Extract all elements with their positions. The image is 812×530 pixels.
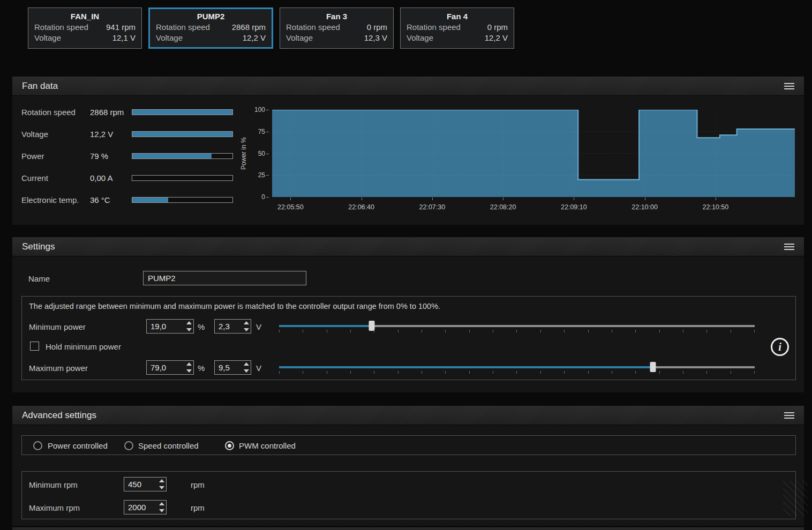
metric-value: 2868 rpm — [90, 108, 132, 117]
y-tick-label: 75 — [258, 128, 265, 135]
info-glyph: i — [778, 341, 781, 353]
rotation-speed-value: 0 rpm — [367, 22, 387, 33]
percent-unit-label: % — [198, 364, 205, 373]
advanced-settings-panel: Advanced settings Power controlled Speed… — [12, 406, 804, 526]
rotation-speed-value: 2868 rpm — [232, 22, 266, 33]
maximum-rpm-value[interactable]: 2000 — [124, 501, 157, 514]
rotation-speed-value: 941 rpm — [106, 22, 136, 33]
spinner-down-button[interactable] — [242, 327, 251, 334]
minimum-rpm-value[interactable]: 450 — [124, 478, 157, 491]
up-arrow-icon — [186, 321, 192, 324]
max-power-slider[interactable] — [279, 360, 755, 376]
slider-track[interactable] — [279, 366, 755, 368]
speed-controlled-label[interactable]: Speed controlled — [138, 441, 199, 450]
spinner-up-button[interactable] — [185, 361, 193, 368]
spinner-down-button[interactable] — [185, 368, 193, 375]
power-history-chart — [272, 110, 795, 197]
spinner-down-button[interactable] — [157, 508, 166, 514]
name-label: Name — [28, 274, 50, 283]
menu-icon[interactable] — [784, 412, 794, 419]
fan-card-row: Voltage 12,1 V — [34, 33, 136, 43]
spinner-down-button[interactable] — [185, 327, 193, 334]
spinner-up-button[interactable] — [185, 320, 193, 327]
down-arrow-icon — [186, 369, 192, 373]
min-power-volt-input[interactable]: 2,3 — [214, 319, 251, 334]
metric-value: 12,2 V — [90, 130, 132, 139]
x-tick-label: 22:09:10 — [552, 203, 595, 211]
slider-track[interactable] — [279, 325, 755, 327]
up-arrow-icon — [244, 362, 249, 366]
rpm-range-box: Minimum rpm 450 rpm Maximum rpm 2000 rpm — [21, 471, 796, 519]
min-power-pct-value[interactable]: 19,0 — [147, 320, 185, 333]
metric-bar-fill — [132, 110, 232, 115]
power-controlled-label[interactable]: Power controlled — [48, 441, 108, 450]
panel-title: Settings — [22, 241, 55, 252]
metric-label: Power — [21, 152, 90, 161]
pwm-controlled-label[interactable]: PWM controlled — [239, 441, 296, 450]
metric-row: Rotation speed 2868 rpm — [21, 101, 233, 123]
rpm-unit-label: rpm — [191, 480, 205, 489]
speed-controlled-radio[interactable] — [124, 441, 133, 450]
fan-card-pump2[interactable]: PUMP2 Rotation speed 2868 rpm Voltage 12… — [148, 7, 273, 49]
fan-card-title: PUMP2 — [156, 11, 266, 22]
spinner-up-button[interactable] — [242, 320, 251, 327]
spinner-up-button[interactable] — [157, 501, 166, 508]
menu-icon[interactable] — [784, 244, 794, 250]
volt-unit-label: V — [256, 322, 261, 331]
minimum-rpm-input[interactable]: 450 — [124, 477, 167, 491]
metric-label: Electronic temp. — [21, 195, 90, 205]
minimum-power-label: Minimum power — [29, 322, 86, 331]
rotation-speed-label: Rotation speed — [34, 22, 88, 33]
spinner-down-button[interactable] — [157, 484, 166, 491]
max-power-pct-input[interactable]: 79,0 — [146, 360, 194, 375]
rotation-speed-label: Rotation speed — [156, 22, 210, 33]
menu-icon[interactable] — [784, 83, 794, 89]
spinner-arrows — [157, 478, 166, 491]
metric-row: Power 79 % — [21, 145, 233, 167]
maximum-rpm-input[interactable]: 2000 — [124, 500, 167, 514]
spinner-up-button[interactable] — [242, 361, 251, 368]
metric-bar — [132, 131, 233, 137]
info-icon[interactable]: i — [771, 338, 789, 356]
spinner-down-button[interactable] — [242, 368, 251, 375]
spinner-up-button[interactable] — [157, 478, 166, 484]
minimum-rpm-label: Minimum rpm — [29, 480, 78, 489]
next-panel-header-edge — [12, 527, 804, 530]
name-input[interactable] — [143, 271, 306, 285]
y-tick-label: 25 — [258, 171, 265, 179]
pwm-controlled-radio[interactable] — [225, 441, 234, 450]
rotation-speed-label: Rotation speed — [407, 22, 461, 33]
voltage-value: 12,1 V — [112, 33, 136, 43]
fan-card-fan-in[interactable]: FAN_IN Rotation speed 941 rpm Voltage 12… — [28, 7, 142, 49]
fan-card-title: FAN_IN — [34, 11, 136, 22]
fan-card-row: Rotation speed 941 rpm — [34, 22, 136, 33]
y-tick-label: 0 — [261, 193, 265, 201]
hold-minimum-power-checkbox[interactable] — [30, 342, 39, 351]
resize-grip[interactable] — [783, 481, 808, 516]
x-tick-label: 22:07:30 — [411, 203, 454, 211]
min-power-volt-value[interactable]: 2,3 — [215, 320, 242, 333]
fan-card-fan4[interactable]: Fan 4 Rotation speed 0 rpm Voltage 12,2 … — [400, 7, 514, 49]
rotation-speed-label: Rotation speed — [286, 22, 340, 33]
min-power-slider[interactable] — [279, 319, 755, 335]
power-controlled-radio[interactable] — [33, 441, 42, 450]
fan-data-panel-header: Fan data — [12, 77, 804, 96]
max-power-pct-value[interactable]: 79,0 — [147, 361, 185, 374]
fan-card-row: Rotation speed 0 rpm — [286, 22, 387, 33]
spinner-arrows — [242, 361, 251, 374]
max-power-volt-input[interactable]: 9,5 — [214, 360, 251, 375]
spinner-arrows — [242, 320, 251, 333]
up-arrow-icon — [159, 502, 164, 505]
maximum-rpm-label: Maximum rpm — [29, 503, 80, 512]
volt-unit-label: V — [256, 364, 261, 373]
slider-tick-marks — [279, 371, 755, 374]
fan-card-title: Fan 4 — [407, 11, 508, 22]
min-power-pct-input[interactable]: 19,0 — [146, 319, 194, 334]
voltage-value: 12,2 V — [243, 33, 266, 43]
max-power-volt-value[interactable]: 9,5 — [215, 361, 242, 374]
fan-card-fan3[interactable]: Fan 3 Rotation speed 0 rpm Voltage 12,3 … — [280, 7, 394, 49]
fan-card-title: Fan 3 — [286, 11, 387, 22]
hold-minimum-power-label[interactable]: Hold minimum power — [46, 342, 121, 351]
up-arrow-icon — [186, 362, 192, 366]
y-tick-label: 50 — [258, 150, 265, 157]
